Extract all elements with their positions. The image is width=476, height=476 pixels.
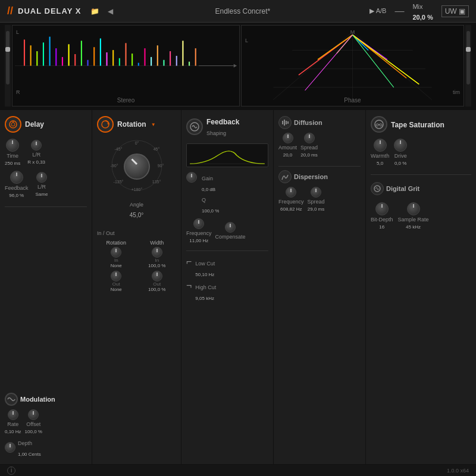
sample-rate-knob[interactable] xyxy=(407,202,420,215)
gain-knob[interactable] xyxy=(186,172,197,183)
in-width-knob[interactable] xyxy=(152,247,162,258)
out-width-item: Out 100,0 % xyxy=(138,271,177,292)
spread-knob[interactable] xyxy=(304,133,315,143)
lr1-value: R x 0,33 xyxy=(27,159,45,165)
tape-divider xyxy=(371,174,471,175)
rotation-icon[interactable] xyxy=(97,116,114,133)
diffusion-divider xyxy=(278,166,361,167)
tape-title: Tape Saturation xyxy=(391,121,444,129)
diffusion-icon[interactable] xyxy=(278,116,292,129)
ab-button[interactable]: ▶ A/B xyxy=(369,7,386,15)
disp-spread-label: Spread xyxy=(308,199,325,205)
tape-icon[interactable] xyxy=(371,116,387,133)
depth-knob[interactable] xyxy=(5,442,15,453)
rotation-dial-container: 0° 45° 90° 135° -45° -90° -135° +180° xyxy=(110,139,164,195)
info-button[interactable]: i xyxy=(7,466,15,475)
warmth-value: 5,0 xyxy=(377,161,383,166)
digital-grit-icon[interactable] xyxy=(371,182,384,195)
bit-depth-value: 16 xyxy=(379,224,384,230)
compensate-knob[interactable] xyxy=(225,222,236,233)
lr1-knob-group: L/R R x 0,33 xyxy=(27,140,45,165)
amount-knob[interactable] xyxy=(283,133,293,143)
stereo-l-label: L xyxy=(16,29,19,35)
frequency-knob-group: Frequency 11,00 Hz xyxy=(186,218,212,243)
feedback-shaping-subtitle: Shaping xyxy=(206,130,226,136)
feedback-shaping-icon[interactable] xyxy=(186,118,203,135)
stereo-label: Stereo xyxy=(117,97,134,104)
bit-depth-knob[interactable] xyxy=(375,202,389,215)
viz-slider-handle-left[interactable] xyxy=(5,47,10,52)
viz-slider-right[interactable] xyxy=(466,31,470,84)
minus-button[interactable]: — xyxy=(394,6,404,17)
time-label: Time xyxy=(7,153,18,159)
lr2-knob-group: L/R Same xyxy=(36,172,48,197)
out-width-knob[interactable] xyxy=(152,271,162,281)
frequency-knob[interactable] xyxy=(193,218,204,229)
time-value: 250 ms xyxy=(5,161,20,166)
preset-name[interactable]: Endless Concret* xyxy=(115,7,369,15)
highcut-value: 9,05 kHz xyxy=(195,296,214,301)
amount-label: Amount xyxy=(278,145,297,151)
lowcut-label: Low Cut xyxy=(195,261,215,267)
drive-label: Drive xyxy=(394,153,407,159)
rotation-col-label: Rotation xyxy=(97,240,136,246)
offset-value: 100,0 % xyxy=(25,429,42,434)
left-slider[interactable] xyxy=(5,25,11,107)
rotation-center-knob[interactable] xyxy=(124,154,150,180)
viz-slider-handle-right[interactable] xyxy=(466,47,471,52)
amount-value: 20,0 xyxy=(283,152,293,158)
svg-text:-45°: -45° xyxy=(114,147,122,151)
title-right: ▶ A/B — Mix 20,0 % UW ▣ xyxy=(369,1,469,22)
spread-knob-group: Spread 20,0 ms xyxy=(300,133,318,158)
modulation-header: Modulation xyxy=(5,393,87,406)
feedback-row: Feedback 96,0 % L/R Same xyxy=(5,171,87,198)
delay-title: Delay xyxy=(25,120,44,129)
time-knob-group: Time 250 ms xyxy=(5,139,20,166)
in-width-label: In xyxy=(155,258,159,263)
rate-knob-group: Rate 0,10 Hz xyxy=(5,409,21,434)
viz-slider-left[interactable] xyxy=(6,31,10,84)
feedback-value: 96,0 % xyxy=(9,193,24,198)
phase-tim-label: tim xyxy=(453,89,460,95)
lr2-knob[interactable] xyxy=(36,172,47,183)
feedback-shaping-title: Feedback xyxy=(206,118,239,126)
disp-frequency-knob[interactable] xyxy=(286,187,296,198)
stereo-r-label: R xyxy=(16,89,20,95)
rotation-knob[interactable] xyxy=(124,154,150,180)
delay-divider xyxy=(5,206,87,207)
phase-m-label: M xyxy=(350,29,355,35)
disp-frequency-label: Frequency xyxy=(278,199,304,205)
rotation-dropdown[interactable]: ▼ xyxy=(151,122,156,127)
drive-knob-group: Drive 0,0 % xyxy=(394,139,407,166)
lr1-knob[interactable] xyxy=(31,140,42,151)
mix-control[interactable]: Mix 20,0 % xyxy=(412,1,433,22)
delay-icon[interactable] xyxy=(5,116,21,133)
out-rotation-knob[interactable] xyxy=(111,271,121,281)
feedback-knob[interactable] xyxy=(10,171,23,184)
right-slider[interactable] xyxy=(465,25,471,107)
back-button[interactable]: ◀ xyxy=(105,6,115,17)
svg-rect-64 xyxy=(286,121,287,124)
rate-value: 0,10 Hz xyxy=(5,429,21,434)
folder-button[interactable]: 📁 xyxy=(88,6,102,17)
time-knob[interactable] xyxy=(6,139,19,152)
rotation-section-header: Rotation ▼ xyxy=(97,116,176,133)
in-rotation-knob[interactable] xyxy=(111,247,121,258)
dispersion-icon[interactable] xyxy=(278,170,292,183)
modulation-icon[interactable] xyxy=(5,393,18,406)
disp-spread-knob[interactable] xyxy=(311,187,321,198)
controls-area: Delay Time 250 ms L/R R x 0,33 Feedback xyxy=(0,109,476,464)
offset-knob[interactable] xyxy=(28,409,39,420)
stereo-svg xyxy=(15,28,237,104)
rate-knob[interactable] xyxy=(8,409,18,420)
lowcut-value: 50,10 Hz xyxy=(195,272,214,277)
dispersion-sub: Dispersion Frequency 608,82 Hz Spread 29… xyxy=(278,170,361,212)
angle-label: Angle xyxy=(130,202,143,208)
out-label: Out xyxy=(112,281,120,287)
warmth-knob[interactable] xyxy=(374,139,387,152)
drive-knob[interactable] xyxy=(394,139,407,152)
time-row: Time 250 ms L/R R x 0,33 xyxy=(5,139,87,166)
spread-label: Spread xyxy=(300,145,318,151)
depth-value: 1,00 Cents xyxy=(18,452,41,457)
tape-section-header: Tape Saturation xyxy=(371,116,471,133)
